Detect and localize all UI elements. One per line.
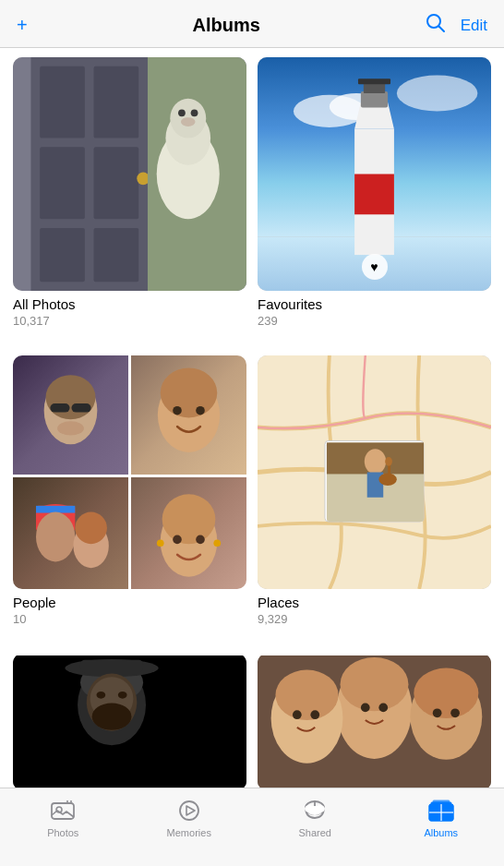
heart-icon: ♥ — [362, 254, 388, 280]
svg-point-81 — [310, 710, 319, 719]
svg-rect-40 — [36, 506, 75, 513]
svg-point-15 — [178, 109, 186, 116]
face-4 — [131, 477, 246, 589]
header: + Albums Edit — [0, 0, 504, 48]
svg-point-68 — [118, 692, 127, 699]
face-2 — [131, 355, 246, 475]
svg-rect-9 — [94, 228, 139, 282]
svg-rect-31 — [50, 403, 69, 413]
svg-rect-5 — [94, 66, 139, 138]
tab-albums-label: Albums — [424, 827, 458, 838]
album-count: 10 — [13, 612, 246, 626]
page-title: Albums — [193, 15, 260, 36]
album-count: 239 — [258, 314, 491, 328]
svg-point-69 — [92, 704, 132, 730]
face-1 — [13, 355, 128, 475]
album-count: 9,329 — [258, 612, 491, 626]
svg-point-36 — [173, 406, 182, 415]
memories-icon — [176, 798, 202, 824]
albums-icon — [428, 798, 454, 824]
svg-point-82 — [433, 708, 442, 717]
svg-point-91 — [307, 806, 322, 815]
svg-point-48 — [157, 539, 164, 547]
svg-point-54 — [365, 449, 386, 474]
svg-point-73 — [341, 657, 409, 711]
bottom-albums — [9, 654, 495, 789]
svg-point-47 — [196, 535, 205, 545]
selfies-thumbnail — [258, 654, 491, 789]
tab-bar: Photos Memories Shared — [0, 788, 504, 866]
album-places[interactable]: Places 9,329 — [258, 355, 491, 626]
album-people[interactable]: People 10 — [13, 355, 246, 626]
svg-point-35 — [161, 368, 218, 418]
svg-point-67 — [96, 692, 105, 699]
album-favourites[interactable]: ♥ Favourites 239 — [258, 57, 491, 328]
svg-point-41 — [36, 512, 75, 562]
svg-line-1 — [438, 27, 444, 32]
svg-point-16 — [191, 109, 198, 116]
svg-rect-7 — [94, 147, 139, 219]
svg-point-10 — [137, 173, 150, 186]
svg-point-86 — [180, 801, 198, 820]
album-all-photos[interactable]: All Photos 10,317 — [13, 57, 246, 328]
svg-rect-24 — [354, 174, 394, 215]
svg-point-58 — [385, 457, 392, 466]
svg-rect-8 — [40, 228, 85, 282]
svg-point-49 — [213, 539, 221, 547]
svg-rect-26 — [361, 91, 388, 108]
album-name: All Photos — [13, 296, 246, 312]
album-count: 10,317 — [13, 314, 246, 328]
tab-photos-label: Photos — [47, 827, 78, 838]
svg-point-30 — [46, 375, 96, 419]
svg-point-83 — [450, 708, 460, 717]
svg-rect-28 — [358, 78, 390, 84]
svg-point-75 — [275, 670, 338, 720]
svg-point-45 — [162, 494, 216, 544]
svg-rect-6 — [40, 147, 85, 219]
svg-point-80 — [293, 710, 302, 719]
tab-photos[interactable]: Photos — [26, 798, 100, 838]
search-button[interactable] — [426, 13, 446, 38]
svg-marker-87 — [186, 806, 195, 815]
svg-rect-84 — [52, 803, 74, 819]
photos-icon — [50, 798, 76, 824]
all-photos-thumbnail — [13, 57, 246, 291]
album-selfies[interactable] — [258, 654, 491, 789]
album-videos[interactable] — [13, 654, 246, 789]
album-name: People — [13, 595, 246, 610]
add-button[interactable]: + — [17, 15, 28, 36]
albums-grid: All Photos 10,317 — [9, 57, 495, 654]
shared-icon — [302, 798, 328, 824]
tab-memories[interactable]: Memories — [152, 798, 226, 838]
svg-point-33 — [57, 421, 84, 435]
tab-memories-label: Memories — [167, 827, 211, 838]
face-3 — [13, 477, 128, 589]
videos-thumbnail — [13, 654, 246, 789]
svg-point-78 — [361, 704, 370, 713]
tab-shared[interactable]: Shared — [278, 798, 352, 838]
svg-point-56 — [378, 473, 396, 486]
places-thumbnail — [258, 355, 491, 589]
edit-button[interactable]: Edit — [461, 17, 487, 35]
svg-point-17 — [181, 117, 196, 126]
album-name: Places — [258, 595, 491, 610]
svg-rect-95 — [433, 800, 450, 802]
svg-point-46 — [173, 535, 182, 545]
svg-rect-4 — [40, 66, 85, 138]
svg-point-79 — [378, 704, 388, 713]
tab-shared-label: Shared — [299, 827, 331, 838]
svg-point-37 — [196, 406, 205, 415]
tab-albums[interactable]: Albums — [404, 798, 478, 838]
svg-rect-64 — [80, 660, 143, 673]
svg-rect-32 — [71, 403, 90, 413]
svg-point-77 — [414, 668, 478, 718]
svg-point-22 — [397, 75, 478, 111]
album-name: Favourites — [258, 296, 491, 312]
svg-point-43 — [75, 512, 107, 545]
